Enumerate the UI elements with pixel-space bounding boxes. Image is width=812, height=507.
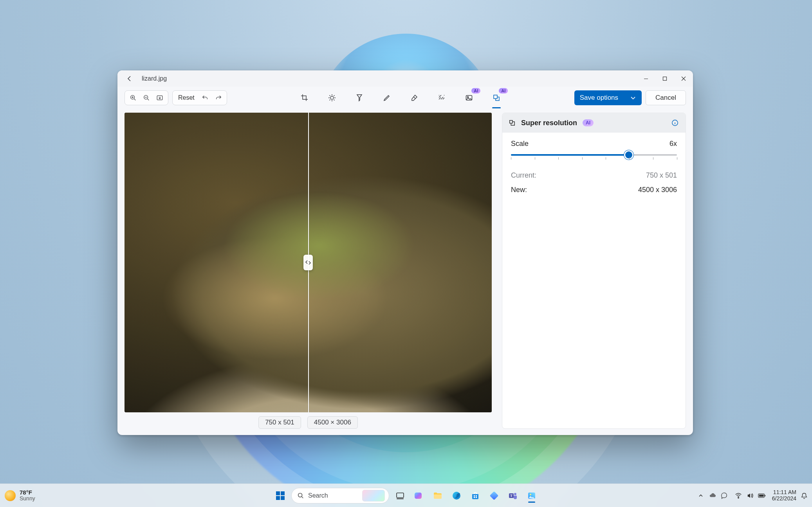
svg-rect-8	[510, 120, 512, 123]
redo-button[interactable]	[212, 92, 225, 104]
weather-cond: Sunny	[20, 496, 35, 502]
svg-point-28	[738, 497, 739, 498]
cancel-button[interactable]: Cancel	[646, 90, 686, 105]
sun-icon	[5, 490, 16, 501]
svg-rect-20	[474, 497, 475, 498]
svg-point-25	[514, 493, 516, 495]
svg-rect-12	[276, 496, 280, 500]
svg-rect-13	[281, 496, 285, 500]
svg-rect-16	[397, 498, 404, 499]
edge-button[interactable]	[449, 488, 464, 503]
taskbar-weather-widget[interactable]: 78°F Sunny	[5, 484, 35, 507]
filter-tool-button[interactable]	[353, 91, 366, 104]
titlebar: lizard.jpg	[117, 70, 693, 87]
info-icon[interactable]	[671, 119, 679, 127]
zoom-in-button[interactable]	[126, 92, 140, 104]
taskview-button[interactable]	[392, 488, 408, 503]
svg-rect-11	[281, 491, 285, 495]
volume-icon	[746, 492, 754, 500]
current-size-value: 750 x 501	[646, 171, 677, 180]
markup-tool-button[interactable]	[380, 91, 393, 104]
back-button[interactable]	[123, 72, 136, 85]
scale-label: Scale	[511, 140, 529, 148]
super-resolution-panel: Super resolution AI Scale 6x	[502, 113, 686, 429]
generative-tool-button[interactable]: AI	[462, 91, 476, 104]
window-minimize-button[interactable]	[637, 70, 655, 87]
taskbar-search[interactable]: Search	[291, 488, 389, 503]
image-canvas[interactable]	[125, 113, 492, 412]
search-icon	[297, 492, 304, 499]
battery-icon	[758, 492, 766, 500]
new-size-label: New:	[511, 186, 527, 194]
erase-tool-button[interactable]	[408, 91, 421, 104]
chevron-down-icon	[630, 95, 636, 101]
clock-date: 6/22/2024	[772, 496, 796, 502]
svg-rect-3	[157, 96, 162, 100]
svg-point-14	[298, 493, 302, 497]
file-explorer-button[interactable]	[430, 488, 446, 503]
scale-value: 6x	[669, 140, 677, 148]
fit-to-window-button[interactable]	[153, 92, 166, 104]
window-filename: lizard.jpg	[142, 75, 167, 82]
wifi-icon	[734, 492, 742, 500]
super-resolution-tool-button[interactable]: AI	[490, 91, 503, 104]
notifications-icon[interactable]	[800, 492, 808, 500]
weather-temp: 78°F	[20, 489, 35, 496]
editor-toolbar: Reset	[117, 87, 693, 109]
undo-button[interactable]	[198, 92, 212, 104]
size-chip-new: 4500 × 3006	[307, 416, 358, 429]
background-tool-button[interactable]	[435, 91, 448, 104]
clock-time: 11:11 AM	[773, 489, 796, 495]
svg-rect-15	[397, 493, 404, 498]
adjust-tool-button[interactable]	[325, 91, 339, 104]
onedrive-icon[interactable]	[709, 492, 716, 500]
svg-rect-21	[476, 497, 477, 498]
svg-rect-22	[490, 491, 499, 500]
network-sound-battery-cluster[interactable]	[732, 492, 768, 500]
start-button[interactable]	[272, 488, 288, 503]
svg-point-27	[530, 494, 531, 495]
copilot-tray-icon[interactable]	[720, 492, 728, 500]
svg-rect-19	[476, 495, 477, 496]
reset-button[interactable]: Reset	[174, 92, 198, 104]
window-maximize-button[interactable]	[655, 70, 674, 87]
zoom-out-button[interactable]	[140, 92, 153, 104]
slider-fill	[511, 154, 629, 156]
svg-point-4	[330, 96, 334, 99]
scale-slider[interactable]	[511, 154, 677, 165]
ai-badge-icon: AI	[499, 88, 508, 93]
photos-button[interactable]	[524, 488, 540, 503]
svg-rect-31	[759, 494, 763, 496]
panel-title: Super resolution	[521, 119, 577, 127]
taskbar-clock[interactable]: 11:11 AM 6/22/2024	[772, 489, 796, 502]
ai-badge-icon: AI	[471, 88, 480, 93]
svg-rect-7	[494, 95, 497, 99]
save-options-button[interactable]: Save options	[574, 90, 642, 105]
teams-button[interactable]: T	[505, 488, 521, 503]
search-thumbnail	[362, 490, 385, 502]
photos-editor-window: lizard.jpg	[117, 70, 693, 435]
upscale-icon	[509, 119, 516, 126]
ai-pill: AI	[583, 119, 594, 126]
svg-rect-18	[474, 495, 475, 496]
app-icon-1[interactable]	[486, 488, 502, 503]
svg-rect-10	[276, 491, 280, 495]
window-close-button[interactable]	[674, 70, 693, 87]
svg-rect-0	[663, 77, 667, 81]
tray-chevron-icon[interactable]	[697, 492, 705, 500]
save-options-label: Save options	[580, 94, 618, 102]
size-chip-current: 750 x 501	[258, 416, 301, 429]
current-size-label: Current:	[511, 171, 536, 180]
taskbar: 78°F Sunny Search	[0, 484, 812, 507]
new-size-value: 4500 x 3006	[638, 186, 677, 194]
crop-tool-button[interactable]	[298, 91, 311, 104]
compare-handle[interactable]	[303, 255, 313, 270]
svg-rect-30	[765, 495, 765, 496]
search-placeholder: Search	[308, 492, 328, 499]
copilot-button[interactable]	[411, 488, 427, 503]
slider-ticks	[511, 157, 677, 160]
store-button[interactable]	[467, 488, 483, 503]
svg-text:T: T	[510, 494, 512, 498]
